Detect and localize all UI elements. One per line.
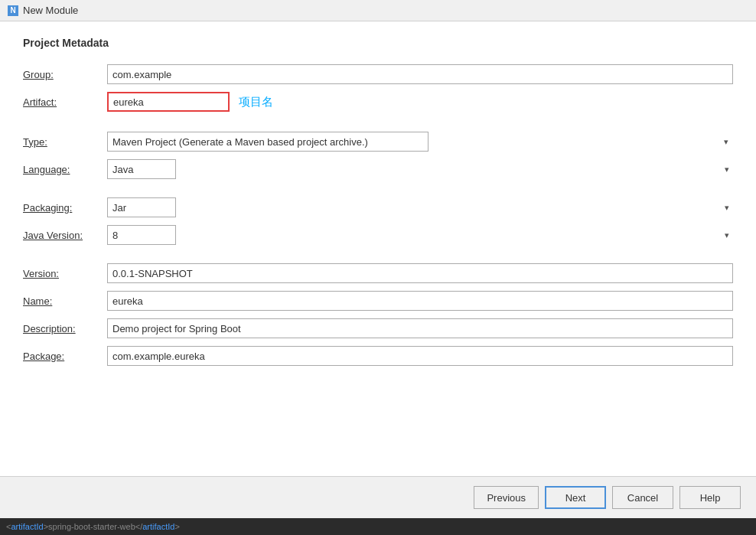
empty-space — [23, 366, 733, 461]
artifact-annotation: 项目名 — [239, 95, 273, 109]
description-input[interactable] — [107, 318, 733, 338]
type-label: Type: — [23, 136, 107, 148]
java-version-select[interactable]: 8 11 17 — [107, 225, 176, 245]
new-module-dialog: N New Module Project Metadata Group: Art… — [0, 0, 756, 535]
module-icon: N — [8, 5, 18, 16]
version-label: Version: — [23, 268, 107, 279]
spacer-2 — [23, 187, 107, 190]
dialog-title: New Module — [23, 5, 78, 16]
section-title: Project Metadata — [23, 37, 733, 49]
dialog-content: Project Metadata Group: Artifact: 项目名 Ty… — [0, 21, 756, 476]
java-version-select-wrapper: 8 11 17 — [107, 225, 733, 245]
next-button[interactable]: Next — [545, 486, 606, 509]
bottom-link-start: artifactId — [11, 522, 43, 531]
button-bar: Previous Next Cancel Help — [0, 476, 756, 518]
java-version-label: Java Version: — [23, 230, 107, 241]
version-input[interactable] — [107, 263, 733, 283]
cancel-button[interactable]: Cancel — [612, 486, 673, 509]
group-label: Group: — [23, 69, 107, 80]
packaging-label: Packaging: — [23, 202, 107, 214]
package-label: Package: — [23, 351, 107, 362]
spacer-1 — [23, 119, 107, 124]
bottom-bar: < artifactId >spring-boot-starter-web</ … — [0, 518, 756, 535]
package-input[interactable] — [107, 346, 733, 366]
bottom-text-3: > — [174, 522, 179, 531]
packaging-select-wrapper: Jar War — [107, 197, 733, 217]
type-select-wrapper: Maven Project (Generate a Maven based pr… — [107, 132, 733, 152]
title-bar: N New Module — [0, 0, 756, 21]
name-input[interactable] — [107, 291, 733, 311]
group-input[interactable] — [107, 64, 733, 84]
artifact-label: Artifact: — [23, 96, 107, 108]
description-label: Description: — [23, 323, 107, 334]
previous-button[interactable]: Previous — [474, 486, 539, 509]
spacer-3 — [23, 253, 107, 256]
bottom-link-end: artifactId — [142, 522, 174, 531]
language-select-wrapper: Java Kotlin Groovy — [107, 159, 733, 179]
language-label: Language: — [23, 164, 107, 175]
language-select[interactable]: Java Kotlin Groovy — [107, 159, 176, 179]
artifact-wrapper: 项目名 — [107, 92, 733, 112]
name-label: Name: — [23, 295, 107, 307]
artifact-input[interactable] — [107, 92, 230, 112]
type-select[interactable]: Maven Project (Generate a Maven based pr… — [107, 132, 429, 152]
packaging-select[interactable]: Jar War — [107, 197, 176, 217]
bottom-text-2: >spring-boot-starter-web</ — [44, 522, 143, 531]
form-grid: Group: Artifact: 项目名 Type: Maven Project… — [23, 64, 733, 366]
help-button[interactable]: Help — [679, 486, 741, 509]
